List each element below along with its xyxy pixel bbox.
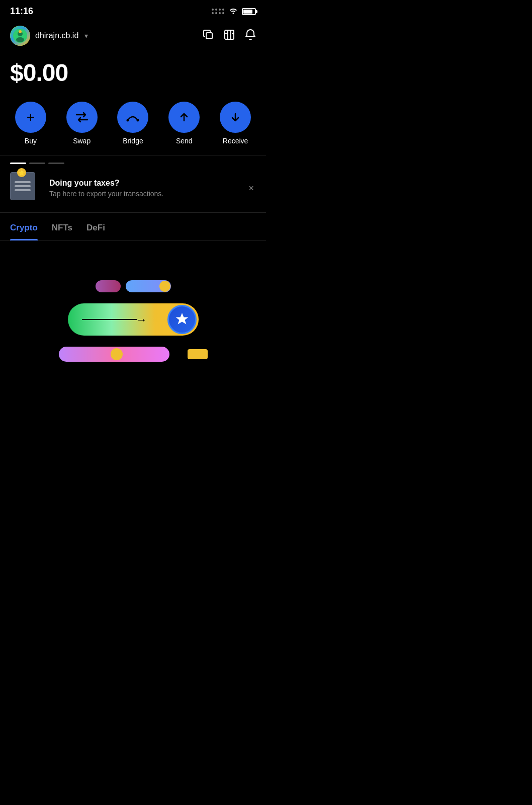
slider-star-icon <box>174 312 190 327</box>
avatar[interactable] <box>10 26 30 46</box>
slider-handle <box>167 305 197 334</box>
bridge-button[interactable]: Bridge <box>117 102 148 145</box>
signal-icon <box>212 9 225 15</box>
tab-nfts[interactable]: NFTs <box>52 223 72 240</box>
send-icon <box>168 102 200 133</box>
main-slider: → <box>68 303 199 336</box>
svg-rect-4 <box>206 33 212 39</box>
battery-icon <box>242 8 256 15</box>
tax-content: Doing your taxes? Tap here to export you… <box>49 179 239 198</box>
main-slider-row: → <box>68 303 199 336</box>
balance-amount: $0.00 <box>10 59 256 87</box>
slider-purple <box>59 347 169 362</box>
crypto-content: → <box>0 240 266 401</box>
status-icons <box>212 7 256 16</box>
header: dhirajn.cb.id ▾ <box>0 21 266 51</box>
tax-star-icon: ⭐ <box>17 168 26 177</box>
svg-point-6 <box>127 119 129 122</box>
swap-label: Swap <box>73 137 91 145</box>
svg-point-2 <box>16 37 24 42</box>
slider-dot-2 <box>111 348 123 360</box>
avatar-image <box>13 29 27 43</box>
balance-section: $0.00 <box>0 51 266 97</box>
crypto-tabs: Crypto NFTs DeFi <box>0 213 266 240</box>
status-bar: 11:16 <box>0 0 266 21</box>
notifications-icon[interactable] <box>245 29 256 43</box>
buy-icon: + <box>15 102 46 133</box>
svg-point-3 <box>19 30 22 33</box>
buy-label: Buy <box>25 137 37 145</box>
svg-rect-5 <box>225 30 234 39</box>
tax-banner[interactable]: ⭐ Doing your taxes? Tap here to export y… <box>0 164 266 213</box>
header-actions <box>203 29 256 43</box>
tax-close-button[interactable]: × <box>246 181 256 196</box>
slider-blue <box>126 280 171 292</box>
send-label: Send <box>176 137 193 145</box>
tax-icon: ⭐ <box>10 172 42 204</box>
tab-crypto[interactable]: Crypto <box>10 223 38 240</box>
receive-label: Receive <box>223 137 248 145</box>
bridge-label: Bridge <box>123 137 143 145</box>
bridge-icon <box>117 102 148 133</box>
buy-button[interactable]: + Buy <box>15 102 46 145</box>
svg-marker-8 <box>175 313 188 325</box>
slider-dot-1 <box>159 281 170 292</box>
svg-point-7 <box>137 119 139 122</box>
slider-pink <box>96 280 121 292</box>
status-time: 11:16 <box>10 6 33 17</box>
send-button[interactable]: Send <box>168 102 200 145</box>
wifi-icon <box>229 7 238 16</box>
tax-title: Doing your taxes? <box>49 179 239 188</box>
receive-icon <box>220 102 251 133</box>
account-section[interactable]: dhirajn.cb.id ▾ <box>10 26 88 46</box>
tab-indicators <box>0 155 266 164</box>
expand-icon[interactable] <box>224 29 235 43</box>
chevron-down-icon[interactable]: ▾ <box>84 32 88 40</box>
action-buttons: + Buy Swap Bridge Send <box>0 97 266 155</box>
slider-row-bottom <box>10 347 256 362</box>
swap-icon <box>66 102 98 133</box>
account-name: dhirajn.cb.id <box>35 31 78 40</box>
copy-icon[interactable] <box>203 29 214 43</box>
slider-row-top <box>10 280 256 292</box>
receive-button[interactable]: Receive <box>220 102 251 145</box>
slider-yellow-rect <box>188 349 208 359</box>
slider-arrow: → <box>70 319 167 320</box>
swap-button[interactable]: Swap <box>66 102 98 145</box>
tax-subtitle: Tap here to export your transactions. <box>49 190 239 198</box>
tab-defi[interactable]: DeFi <box>86 223 105 240</box>
